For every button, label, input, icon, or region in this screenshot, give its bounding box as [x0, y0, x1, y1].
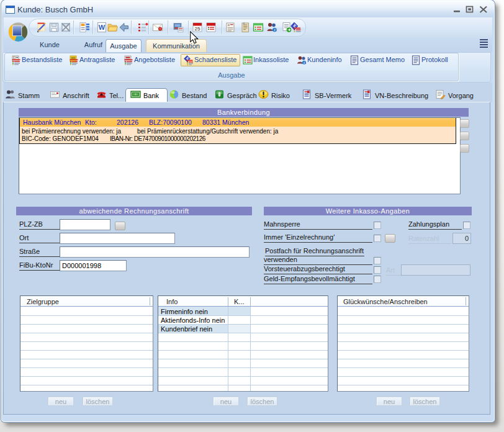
svg-text:W: W — [99, 24, 106, 31]
